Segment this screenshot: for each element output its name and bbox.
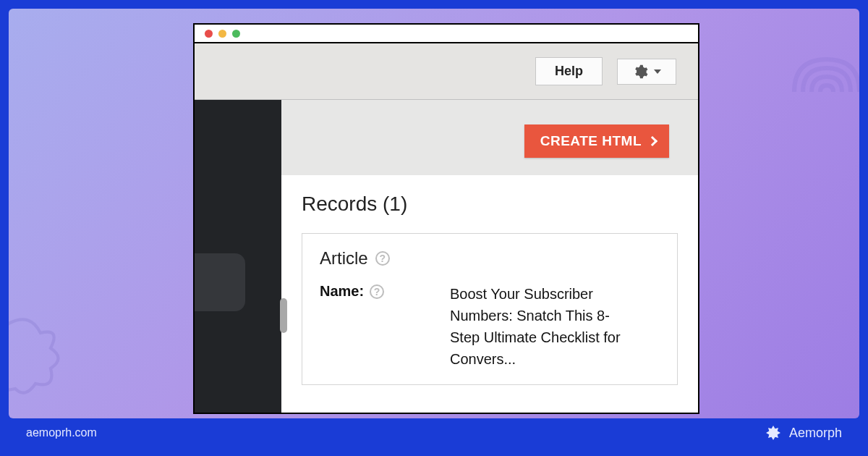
scrollbar-thumb[interactable] (280, 298, 287, 333)
chevron-right-icon (647, 136, 658, 146)
brand: Aemorph (765, 424, 842, 442)
records-heading: Records (1) (302, 193, 678, 216)
decoration-right-icon (773, 38, 859, 146)
brand-logo-icon (765, 424, 782, 442)
field-value-name: Boost Your Subscriber Numbers: Snatch Th… (450, 283, 638, 370)
create-html-button[interactable]: CREATE HTML (524, 124, 669, 158)
field-label-name: Name: ? (320, 283, 443, 300)
main-panel: CREATE HTML Records (1) Article ? (281, 100, 698, 413)
action-bar: CREATE HTML (281, 100, 698, 175)
field-row-name: Name: ? Boost Your Subscriber Numbers: S… (320, 283, 660, 370)
browser-window: Help (193, 23, 699, 414)
sidebar-tab[interactable] (195, 253, 245, 311)
create-html-label: CREATE HTML (540, 133, 642, 149)
help-button[interactable]: Help (535, 57, 603, 85)
chevron-down-icon (654, 69, 661, 74)
gear-icon (632, 64, 648, 80)
help-icon[interactable]: ? (375, 251, 390, 266)
close-icon[interactable] (205, 30, 213, 38)
help-icon[interactable]: ? (370, 284, 384, 299)
decoration-left-icon (9, 303, 81, 404)
card-title: Article (320, 248, 368, 269)
window-title-bar (195, 25, 698, 43)
sidebar (195, 100, 281, 413)
footer-bar: aemoprh.com Aemorph (9, 418, 859, 447)
content-area: Records (1) Article ? Name: ? (281, 175, 698, 414)
outer-frame: Help (0, 0, 868, 456)
gradient-background: Help (9, 9, 859, 418)
top-toolbar: Help (195, 43, 698, 100)
footer-url: aemoprh.com (26, 426, 97, 439)
record-card: Article ? Name: ? Boost Your Subscriber … (302, 233, 678, 385)
maximize-icon[interactable] (232, 30, 240, 38)
brand-name: Aemorph (789, 426, 842, 441)
minimize-icon[interactable] (218, 30, 226, 38)
card-title-row: Article ? (320, 248, 660, 269)
app-body: CREATE HTML Records (1) Article ? (195, 100, 698, 413)
settings-button[interactable] (617, 59, 676, 85)
